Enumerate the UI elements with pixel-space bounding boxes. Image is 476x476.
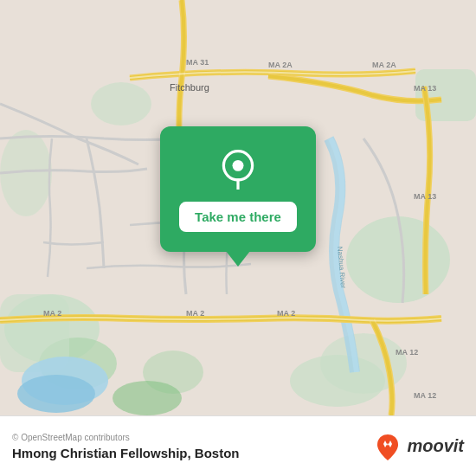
svg-point-3: [346, 216, 450, 303]
svg-text:MA 2A: MA 2A: [268, 61, 293, 69]
svg-point-8: [290, 355, 385, 407]
svg-text:MA 2: MA 2: [43, 309, 61, 318]
location-name: Hmong Christian Fellowship, Boston: [12, 446, 240, 460]
svg-text:MA 13: MA 13: [414, 192, 436, 201]
popup-card[interactable]: Take me there: [160, 126, 316, 252]
svg-text:MA 12: MA 12: [414, 391, 436, 400]
footer: © OpenStreetMap contributors Hmong Chris…: [0, 415, 476, 476]
copyright-text: © OpenStreetMap contributors: [12, 433, 240, 442]
svg-point-27: [233, 160, 244, 171]
location-pin-icon: [217, 148, 259, 190]
popup-overlay: Take me there: [160, 126, 316, 267]
svg-text:Fitchburg: Fitchburg: [170, 82, 209, 93]
moovit-text: moovit: [407, 436, 464, 456]
svg-point-13: [17, 375, 95, 413]
svg-point-7: [113, 381, 182, 415]
svg-text:MA 31: MA 31: [186, 58, 209, 67]
moovit-icon: [372, 431, 403, 462]
svg-text:MA 12: MA 12: [396, 348, 418, 357]
take-me-there-button[interactable]: Take me there: [179, 202, 297, 232]
svg-point-11: [91, 82, 151, 125]
svg-text:MA 13: MA 13: [414, 84, 436, 93]
moovit-logo[interactable]: moovit: [372, 431, 464, 462]
footer-left: © OpenStreetMap contributors Hmong Chris…: [12, 433, 240, 460]
map-container: MA 31 MA 2A MA 2A MA 13 MA 13 MA 2 MA 2 …: [0, 0, 476, 415]
svg-text:MA 2A: MA 2A: [372, 61, 396, 69]
svg-text:MA 2: MA 2: [277, 309, 295, 318]
svg-text:MA 2: MA 2: [186, 309, 204, 318]
